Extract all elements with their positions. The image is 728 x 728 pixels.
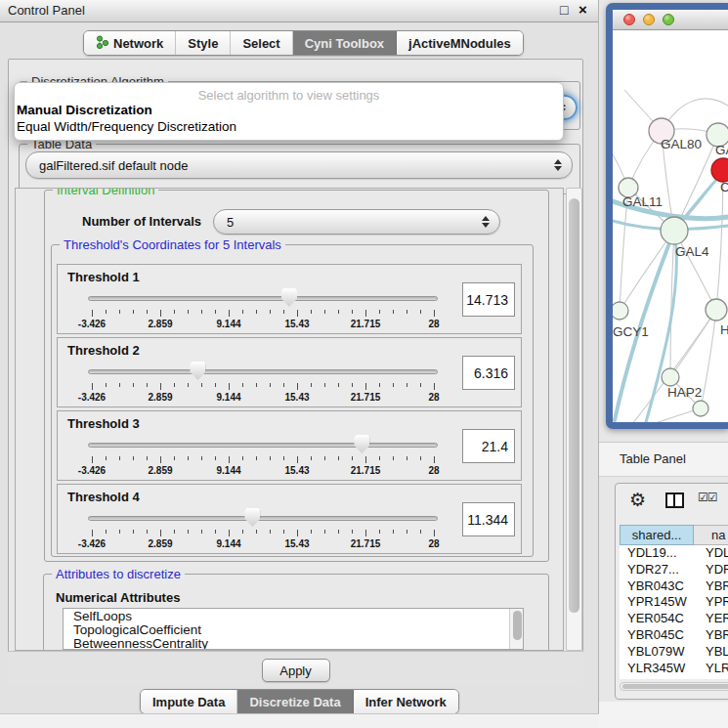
minor-tick xyxy=(106,456,107,460)
threshold-4-slider-handle[interactable] xyxy=(244,508,260,527)
threshold-3-slider-handle[interactable] xyxy=(354,435,369,453)
minor-tick xyxy=(338,530,339,534)
network-node-c[interactable] xyxy=(711,158,728,182)
cell-name: YPR1 xyxy=(706,594,728,609)
major-tick xyxy=(92,530,93,536)
right-region: GAL80GACGAL11GAL4GCY1HHAP2 Table Panel ⚙… xyxy=(599,0,728,728)
table-row[interactable]: YLR345WYLR3 xyxy=(620,661,728,677)
minor-tick xyxy=(119,456,120,460)
close-icon[interactable]: × xyxy=(578,1,587,18)
numerical-attributes-list[interactable]: SelfLoopsTopologicalCoefficientBetweenne… xyxy=(63,608,524,650)
table-row[interactable]: YBR043CYBR0 xyxy=(620,578,728,595)
tick-label: 9.144 xyxy=(216,538,240,549)
tab-infer-network[interactable]: Infer Network xyxy=(354,690,458,713)
algorithm-option-equal-width-frequency-discretization[interactable]: Equal Width/Frequency Discretization xyxy=(17,119,236,134)
minor-tick xyxy=(407,456,407,460)
minor-tick xyxy=(324,383,325,387)
threshold-2-slider-handle[interactable] xyxy=(190,362,205,380)
minor-tick xyxy=(119,383,120,387)
attributes-list-scroll-thumb[interactable] xyxy=(513,611,522,640)
minor-tick xyxy=(147,383,148,387)
mac-close-icon[interactable] xyxy=(623,14,635,25)
network-node[interactable] xyxy=(693,401,708,416)
threshold-3-value-field[interactable]: 21.4 xyxy=(462,429,515,463)
settings-vertical-scrollbar[interactable] xyxy=(566,188,582,651)
settings-scroll-thumb[interactable] xyxy=(569,198,579,613)
number-of-intervals-combobox[interactable]: 5 xyxy=(213,209,500,235)
major-tick xyxy=(434,530,435,536)
network-view-inner: GAL80GACGAL11GAL4GCY1HHAP2 xyxy=(613,10,728,422)
table-data-combobox[interactable]: galFiltered.sif default node xyxy=(25,151,573,179)
tick-label: 28 xyxy=(428,392,439,403)
minor-tick xyxy=(379,530,380,534)
tab-impute-data[interactable]: Impute Data xyxy=(141,690,237,713)
threshold-2-row: Threshold 2-3.4262.8599.14415.4321.71528… xyxy=(57,337,522,407)
minor-tick xyxy=(174,310,175,314)
attributes-list-scrollbar[interactable] xyxy=(509,609,523,649)
mac-minimize-icon[interactable] xyxy=(643,14,655,25)
network-graph-canvas[interactable]: GAL80GACGAL11GAL4GCY1HHAP2 xyxy=(613,29,728,422)
tab-style[interactable]: Style xyxy=(176,31,231,55)
table-hscroll-thumb[interactable] xyxy=(622,684,728,689)
tab-jactivemnodules[interactable]: jActiveMNodules xyxy=(397,31,523,55)
attribute-item-betweennesscentrality[interactable]: BetweennessCentrality xyxy=(64,637,523,650)
threshold-4-value-field[interactable]: 11.344 xyxy=(462,502,515,536)
table-row[interactable]: YIL052CYIL0 xyxy=(620,676,728,679)
threshold-3-slider-track[interactable] xyxy=(88,443,438,448)
tick-label: 21.715 xyxy=(351,465,381,476)
bottom-tab-bar: Impute DataDiscretize DataInfer Network xyxy=(140,689,459,714)
table-header-name[interactable]: na xyxy=(694,525,728,545)
tick-label: 2.859 xyxy=(148,465,172,476)
tab-network[interactable]: Network xyxy=(84,31,176,55)
mac-zoom-icon[interactable] xyxy=(663,14,674,25)
select-columns-icon[interactable]: ☑☑ xyxy=(698,491,717,504)
table-row[interactable]: YDR27...YDR2 xyxy=(620,562,728,578)
threshold-1-slider-handle[interactable] xyxy=(281,288,297,307)
major-tick xyxy=(160,310,161,317)
network-node-gal4[interactable] xyxy=(661,217,688,244)
minor-tick xyxy=(420,383,421,387)
tick-label: 2.859 xyxy=(148,319,172,329)
threshold-3-label: Threshold 3 xyxy=(67,416,140,431)
threshold-1-value-field[interactable]: 14.713 xyxy=(462,282,515,317)
cell-shared-name: YLR345W xyxy=(627,661,685,675)
gear-icon[interactable]: ⚙ xyxy=(629,489,646,511)
table-row[interactable]: YER054CYER0 xyxy=(620,611,728,627)
minor-tick xyxy=(270,530,271,534)
threshold-4-slider-track[interactable] xyxy=(88,516,438,521)
network-edge[interactable] xyxy=(701,310,716,408)
minor-tick xyxy=(106,383,107,387)
table-row[interactable]: YDL19...YDL1 xyxy=(620,545,728,562)
tab-cyni-toolbox[interactable]: Cyni Toolbox xyxy=(293,31,397,55)
cell-shared-name: YDR27... xyxy=(627,562,679,577)
network-icon xyxy=(96,35,108,52)
network-node-gcy1[interactable] xyxy=(613,302,628,320)
attribute-item-topologicalcoefficient[interactable]: TopologicalCoefficient xyxy=(64,623,523,637)
network-node-label: GAL11 xyxy=(622,194,663,209)
apply-button[interactable]: Apply xyxy=(262,659,330,682)
minor-tick xyxy=(188,383,189,387)
network-edge[interactable] xyxy=(620,231,674,311)
tab-select[interactable]: Select xyxy=(231,31,292,55)
table-panel-titlebar: Table Panel xyxy=(599,442,728,477)
threshold-2-value-field[interactable]: 6.316 xyxy=(462,356,515,390)
network-edge[interactable] xyxy=(613,408,701,422)
algorithm-option-manual-discretization[interactable]: Manual Discretization xyxy=(17,103,152,117)
table-horizontal-scrollbar[interactable] xyxy=(620,682,728,691)
float-window-icon[interactable]: □ xyxy=(560,2,568,18)
network-node-hap2[interactable] xyxy=(662,368,679,386)
attribute-item-selfloops[interactable]: SelfLoops xyxy=(64,610,523,623)
network-node-h[interactable] xyxy=(706,299,727,321)
tab-discretize-data[interactable]: Discretize Data xyxy=(237,690,353,713)
tab-label: Style xyxy=(188,36,218,51)
threshold-coordinates-group-title: Threshold's Coordinates for 5 Intervals xyxy=(60,237,285,252)
table-row[interactable]: YBL079WYBL0 xyxy=(620,644,728,661)
threshold-1-slider-track[interactable] xyxy=(88,296,438,301)
table-rows: YDL19...YDL1YDR27...YDR2YBR043CYBR0YPR14… xyxy=(620,545,728,679)
table-header-shared-name[interactable]: shared... xyxy=(620,525,694,545)
table-row[interactable]: YBR045CYBR0 xyxy=(620,627,728,644)
split-view-icon[interactable] xyxy=(665,492,684,508)
major-tick xyxy=(434,310,435,317)
table-row[interactable]: YPR145WYPR1 xyxy=(620,594,728,611)
threshold-2-slider-track[interactable] xyxy=(88,369,438,374)
